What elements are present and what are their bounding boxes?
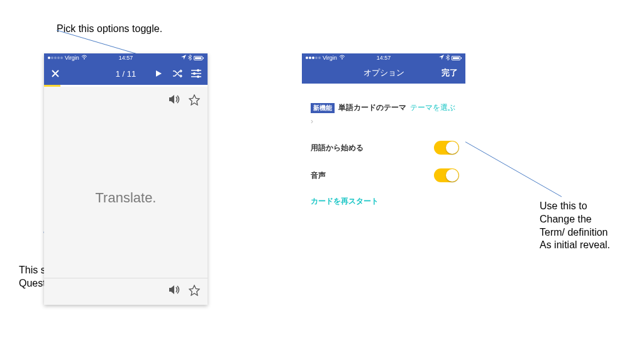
signal-dots-icon [306,57,321,59]
shuffle-button[interactable] [172,69,182,79]
flashcard-area[interactable]: Translate. [44,87,208,305]
bluetooth-icon [188,55,192,62]
svg-line-2 [459,138,562,197]
chevron-right-icon: › [311,117,313,126]
sound-icon[interactable] [169,94,180,108]
start-with-term-toggle[interactable] [434,141,459,155]
card-divider [44,278,208,278]
svg-point-3 [84,58,85,60]
bluetooth-icon [446,55,450,62]
svg-point-6 [197,75,199,78]
card-actions-top [169,94,200,108]
svg-point-4 [197,69,199,72]
audio-row: 音声 [311,168,459,182]
location-icon [439,55,444,61]
done-button[interactable]: 完了 [441,67,458,79]
start-with-term-row: 用語から始める [311,141,459,155]
options-navbar: オプション 完了 [302,62,465,84]
phone-flashcards: Virgin 14:57 1 / 11 [44,53,208,305]
annotation-top: Pick this options toggle. [57,23,162,36]
carrier-label: Virgin [323,55,337,61]
svg-point-5 [193,72,196,75]
svg-point-7 [341,58,343,60]
new-badge: 新機能 [311,103,335,113]
options-toggle-button[interactable] [191,69,201,79]
theme-label: 単語カードのテーマ [338,102,406,113]
close-button[interactable] [50,69,60,79]
play-button[interactable] [153,69,164,79]
choose-theme-link[interactable]: テーマを選ぶ [410,102,455,113]
star-icon[interactable] [189,285,200,299]
carrier-label: Virgin [65,55,79,61]
star-icon[interactable] [189,94,200,108]
wifi-icon [81,55,87,61]
signal-dots-icon [48,57,63,59]
options-title: オプション [364,67,404,79]
flashcard-navbar: 1 / 11 [44,62,208,85]
battery-icon [194,56,204,60]
theme-row[interactable]: 新機能 単語カードのテーマ テーマを選ぶ › [311,102,459,126]
start-with-term-label: 用語から始める [311,143,364,153]
phone-options: Virgin 14:57 オプション 完了 新機能 単語カードのテーマ テーマを… [302,53,465,198]
wifi-icon [339,55,345,61]
location-icon [181,55,186,61]
sound-icon[interactable] [169,285,180,299]
annotation-right: Use this to Change the Term/ definition … [540,200,610,252]
card-actions-bottom [169,285,200,299]
card-front-text: Translate. [44,190,208,206]
battery-icon [452,56,462,60]
status-bar: Virgin 14:57 [302,53,465,62]
restart-cards-link[interactable]: カードを再スタート [311,196,459,207]
status-bar: Virgin 14:57 [44,53,208,62]
options-body: 新機能 単語カードのテーマ テーマを選ぶ › 用語から始める 音声 カードを再ス… [302,84,465,213]
audio-label: 音声 [311,170,326,181]
audio-toggle[interactable] [434,168,459,182]
